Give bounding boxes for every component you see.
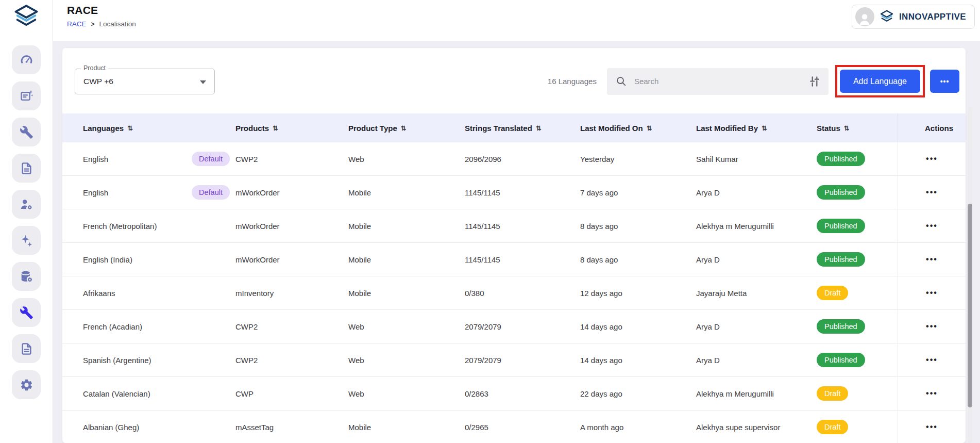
sort-icon[interactable]: ⇅ [647,124,652,132]
table-row: Catalan (Valencian) CWP Web 0/2863 22 da… [62,377,966,411]
table-row: Albanian (Gheg) mAssetTag Mobile 0/2965 … [62,411,966,443]
table-row: English (India) mWorkOrder Mobile 1145/1… [62,243,966,276]
product-cell: CWP [235,389,348,398]
column-header-last-modified-by[interactable]: Last Modified By⇅ [696,124,817,133]
strings-translated-cell: 1145/1145 [465,188,580,197]
chevron-down-icon [200,80,206,84]
sort-icon[interactable]: ⇅ [536,124,541,132]
column-header-product-type[interactable]: Product Type⇅ [348,124,465,133]
product-cell: CWP2 [235,322,348,331]
row-actions-button[interactable]: ••• [926,422,938,432]
breadcrumb-root-link[interactable]: RACE [67,20,87,28]
table-row: French (Acadian) CWP2 Web 2079/2079 14 d… [62,310,966,343]
breadcrumb: RACE > Localisation [67,20,136,28]
user-settings-icon [20,198,33,211]
column-header-last-modified-on[interactable]: Last Modified On⇅ [580,124,696,133]
sort-icon[interactable]: ⇅ [844,124,849,132]
filter-tune-icon[interactable] [808,75,821,88]
status-badge: Draft [817,386,848,401]
sort-icon[interactable]: ⇅ [762,124,767,132]
search-icon [615,75,627,87]
sidebar-item-ai[interactable] [12,226,41,255]
product-cell: CWP2 [235,155,348,163]
status-badge: Draft [817,286,848,300]
product-type-cell: Web [348,356,465,365]
database-settings-icon [20,270,33,284]
strings-translated-cell: 0/2863 [465,389,580,398]
column-header-strings-translated[interactable]: Strings Translated⇅ [465,124,580,133]
row-actions-button[interactable]: ••• [926,255,938,264]
row-actions-button[interactable]: ••• [926,355,938,365]
column-header-languages[interactable]: Languages⇅ [62,124,235,133]
status-badge: Draft [817,420,848,434]
sort-icon[interactable]: ⇅ [401,124,406,132]
column-header-status[interactable]: Status⇅ [817,124,898,133]
app-logo[interactable] [13,4,40,29]
last-modified-on-cell: 12 days ago [580,289,696,298]
sidebar-item-localisation-tools[interactable] [12,298,41,327]
product-select-value: CWP +6 [83,77,113,86]
last-modified-on-cell: 14 days ago [580,322,696,331]
language-name: English [83,155,192,163]
status-badge: Published [817,252,865,267]
title-block: RACE RACE > Localisation [67,4,136,28]
row-actions-button[interactable]: ••• [926,389,938,398]
row-actions-button[interactable]: ••• [926,188,938,197]
last-modified-by-cell: Jayaraju Metta [696,289,817,298]
sidebar-item-documents[interactable] [12,154,41,183]
account-box[interactable]: INNOVAPPTIVE [852,5,975,29]
row-actions-button[interactable]: ••• [926,288,938,298]
last-modified-by-cell: Arya D [696,188,817,197]
sidebar-item-data-management[interactable] [12,262,41,291]
column-header-products[interactable]: Products⇅ [235,124,348,133]
top-bar: RACE RACE > Localisation INNOVAPPTIVE [53,0,980,41]
sidebar-item-tools[interactable] [12,118,41,146]
sidebar-nav [12,45,41,399]
search-input[interactable] [634,77,801,86]
last-modified-by-cell: Arya D [696,356,817,365]
add-language-button[interactable]: Add Language [840,70,920,93]
product-type-cell: Web [348,322,465,331]
person-icon [857,11,872,26]
strings-translated-cell: 0/2965 [465,423,580,432]
language-name: Albanian (Gheg) [83,423,192,432]
status-badge: Published [817,185,865,200]
sort-icon[interactable]: ⇅ [273,124,278,132]
sidebar-item-user-management[interactable] [12,190,41,219]
sort-icon[interactable]: ⇅ [127,124,132,132]
row-actions-button[interactable]: ••• [926,154,938,163]
sidebar-item-files[interactable] [12,334,41,363]
last-modified-by-cell: Sahil Kumar [696,155,817,163]
last-modified-by-cell: Arya D [696,255,817,264]
avatar[interactable] [855,7,874,26]
product-type-cell: Web [348,155,465,163]
strings-translated-cell: 2079/2079 [465,356,580,365]
language-name: English [83,188,192,197]
last-modified-by-cell: Arya D [696,322,817,331]
language-name: Spanish (Argentine) [83,356,192,365]
sidebar [0,0,53,443]
brand-logo-icon [880,10,894,24]
settings-gear-icon [20,378,33,392]
sidebar-item-dashboard[interactable] [12,45,41,74]
status-badge: Published [817,319,865,334]
last-modified-on-cell: Yesterday [580,155,696,163]
scrollbar-thumb[interactable] [968,204,972,407]
sidebar-item-reports[interactable] [12,81,41,110]
more-options-button[interactable]: ••• [930,70,959,93]
default-badge: Default [192,185,230,200]
search-box[interactable] [607,68,829,95]
row-actions-button[interactable]: ••• [926,221,938,231]
product-select[interactable]: Product CWP +6 [75,69,215,94]
product-cell: mAssetTag [235,423,348,432]
product-cell: mWorkOrder [235,255,348,264]
languages-count: 16 Languages [548,77,597,86]
report-sparkle-icon [20,89,33,103]
product-cell: mWorkOrder [235,222,348,231]
page-title: RACE [67,4,136,17]
strings-translated-cell: 0/380 [465,289,580,298]
document-icon [20,342,33,356]
localisation-card: Product CWP +6 16 Languages Add Language… [62,48,966,443]
sidebar-item-settings[interactable] [12,370,41,399]
row-actions-button[interactable]: ••• [926,322,938,331]
